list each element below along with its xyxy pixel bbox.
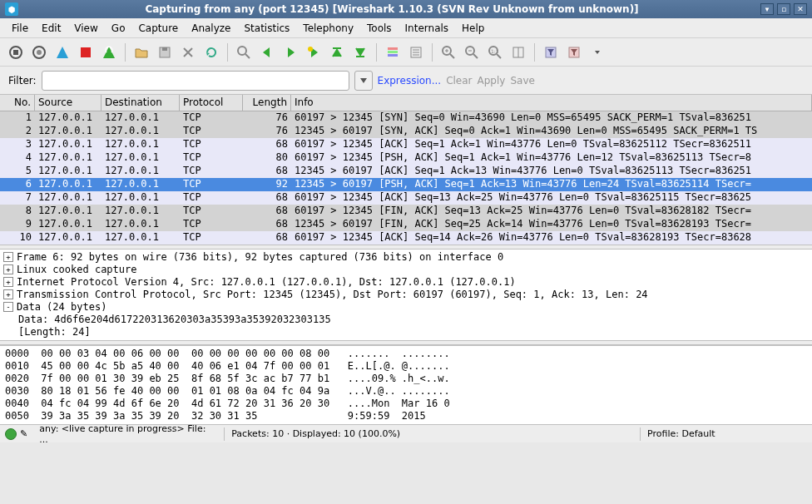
menu-tools[interactable]: Tools: [360, 20, 399, 37]
toolbar-separator: [125, 43, 126, 62]
stop-capture-icon[interactable]: [75, 42, 97, 63]
resize-columns-icon[interactable]: [508, 42, 529, 63]
expression-link[interactable]: Expression...: [378, 75, 442, 86]
menu-telephony[interactable]: Telephony: [296, 20, 360, 37]
svg-rect-11: [388, 51, 398, 53]
restart-capture-icon[interactable]: [98, 42, 120, 63]
detail-tree-node[interactable]: -Data (24 bytes): [3, 301, 809, 314]
go-last-icon[interactable]: [349, 42, 371, 63]
open-file-icon[interactable]: [131, 42, 152, 63]
go-forward-icon[interactable]: [280, 42, 301, 63]
save-file-icon[interactable]: [154, 42, 176, 63]
main-toolbar: 1:1: [0, 38, 812, 67]
detail-text: Linux cooked capture: [17, 264, 137, 276]
zoom-in-icon[interactable]: [438, 42, 459, 63]
svg-point-7: [238, 47, 246, 55]
expand-toggle[interactable]: +: [3, 252, 13, 262]
start-capture-icon[interactable]: [52, 42, 73, 63]
detail-tree-node[interactable]: Data: 4d6f6e204d617220313620303a35393a35…: [3, 314, 809, 326]
expand-toggle[interactable]: +: [3, 264, 13, 274]
go-first-icon[interactable]: [326, 42, 348, 63]
expert-info-icon[interactable]: [5, 428, 17, 440]
go-back-icon[interactable]: [256, 42, 278, 63]
col-no[interactable]: No.: [0, 95, 35, 111]
filter-dropdown-button[interactable]: [354, 71, 373, 91]
col-length[interactable]: Length: [243, 95, 291, 111]
packet-row[interactable]: 1127.0.0.1127.0.0.1TCP7660197 > 12345 [S…: [0, 111, 812, 125]
packet-row[interactable]: 10127.0.0.1127.0.0.1TCP6860197 > 12345 […: [0, 231, 812, 245]
minimize-button[interactable]: ▾: [760, 3, 774, 15]
display-filters-icon[interactable]: [563, 42, 585, 63]
hex-row[interactable]: 0000 00 00 03 04 00 06 00 00 00 00 00 00…: [5, 348, 807, 360]
apply-button[interactable]: Apply: [478, 75, 506, 86]
menu-capture[interactable]: Capture: [131, 20, 185, 37]
svg-line-8: [245, 54, 250, 58]
edit-icon[interactable]: ✎: [20, 428, 27, 439]
hex-row[interactable]: 0030 80 18 01 56 fe 40 00 00 01 01 08 0a…: [5, 385, 807, 398]
app-icon: ⬢: [5, 2, 18, 16]
hex-row[interactable]: 0040 04 fc 04 99 4d 6f 6e 20 4d 61 72 20…: [5, 398, 807, 410]
status-profile[interactable]: Profile: Default: [641, 428, 807, 439]
find-icon[interactable]: [233, 42, 255, 63]
reload-icon[interactable]: [201, 42, 222, 63]
toolbar-dropdown-icon[interactable]: [587, 42, 608, 63]
menu-view[interactable]: View: [67, 20, 104, 37]
hex-row[interactable]: 0020 7f 00 00 01 30 39 eb 25 8f 68 5f 3c…: [5, 373, 807, 385]
packet-row[interactable]: 3127.0.0.1127.0.0.1TCP6860197 > 12345 [A…: [0, 138, 812, 151]
packet-row[interactable]: 2127.0.0.1127.0.0.1TCP7612345 > 60197 [S…: [0, 125, 812, 138]
detail-text: Transmission Control Protocol, Src Port:…: [17, 289, 648, 301]
menu-help[interactable]: Help: [455, 20, 491, 37]
expand-toggle[interactable]: -: [3, 302, 13, 312]
detail-tree-node[interactable]: [Length: 24]: [3, 326, 809, 338]
menu-statistics[interactable]: Statistics: [237, 20, 296, 37]
capture-options-icon[interactable]: [28, 42, 50, 63]
col-protocol[interactable]: Protocol: [180, 95, 243, 111]
filter-input[interactable]: [42, 71, 349, 91]
menu-edit[interactable]: Edit: [35, 20, 67, 37]
expand-toggle[interactable]: +: [3, 289, 13, 299]
clear-button[interactable]: Clear: [446, 75, 472, 86]
packet-row[interactable]: 9127.0.0.1127.0.0.1TCP6812345 > 60197 [F…: [0, 218, 812, 231]
svg-rect-12: [388, 54, 398, 57]
packet-row[interactable]: 8127.0.0.1127.0.0.1TCP6860197 > 12345 [F…: [0, 205, 812, 218]
maximize-button[interactable]: ▫: [777, 3, 790, 15]
autoscroll-icon[interactable]: [405, 42, 427, 63]
save-button[interactable]: Save: [510, 75, 534, 86]
hex-row[interactable]: 0010 45 00 00 4c 5b a5 40 00 40 06 e1 04…: [5, 360, 807, 373]
packet-row[interactable]: 7127.0.0.1127.0.0.1TCP6860197 > 12345 [A…: [0, 191, 812, 205]
close-file-icon[interactable]: [177, 42, 199, 63]
menu-file[interactable]: File: [5, 20, 35, 37]
svg-point-9: [308, 47, 313, 52]
menu-internals[interactable]: Internals: [399, 20, 456, 37]
status-bar: ✎ any: <live capture in progress> File: …: [0, 424, 812, 442]
col-source[interactable]: Source: [35, 95, 102, 111]
zoom-100-icon[interactable]: 1:1: [484, 42, 506, 63]
capture-filters-icon[interactable]: [540, 42, 562, 63]
interfaces-icon[interactable]: [5, 42, 27, 63]
col-info[interactable]: Info: [291, 95, 812, 111]
colorize-icon[interactable]: [382, 42, 404, 63]
svg-point-3: [37, 50, 42, 55]
svg-line-22: [473, 54, 478, 58]
menu-analyze[interactable]: Analyze: [185, 20, 237, 37]
detail-tree-node[interactable]: +Transmission Control Protocol, Src Port…: [3, 289, 809, 301]
col-destination[interactable]: Destination: [102, 95, 180, 111]
toolbar-separator: [227, 43, 228, 62]
menu-go[interactable]: Go: [105, 20, 132, 37]
window-title: Capturing from any (port 12345) [Wiresha…: [23, 3, 760, 15]
detail-text: Frame 6: 92 bytes on wire (736 bits), 92…: [17, 251, 503, 264]
hex-row[interactable]: 0050 39 3a 35 39 3a 35 39 20 32 30 31 35…: [5, 410, 807, 422]
zoom-out-icon[interactable]: [461, 42, 483, 63]
expand-toggle[interactable]: +: [3, 277, 13, 287]
svg-rect-4: [81, 47, 91, 57]
close-button[interactable]: ✕: [794, 3, 807, 15]
detail-tree-node[interactable]: +Internet Protocol Version 4, Src: 127.0…: [3, 276, 809, 289]
packet-row[interactable]: 6127.0.0.1127.0.0.1TCP9212345 > 60197 [P…: [0, 178, 812, 191]
packet-row[interactable]: 5127.0.0.1127.0.0.1TCP6812345 > 60197 [A…: [0, 165, 812, 178]
detail-tree-node[interactable]: +Linux cooked capture: [3, 264, 809, 276]
goto-packet-icon[interactable]: [303, 42, 324, 63]
detail-tree-node[interactable]: +Frame 6: 92 bytes on wire (736 bits), 9…: [3, 251, 809, 264]
status-capture: any: <live capture in progress> File: ..…: [32, 423, 224, 445]
svg-rect-1: [13, 50, 18, 55]
packet-row[interactable]: 4127.0.0.1127.0.0.1TCP8060197 > 12345 [P…: [0, 151, 812, 165]
